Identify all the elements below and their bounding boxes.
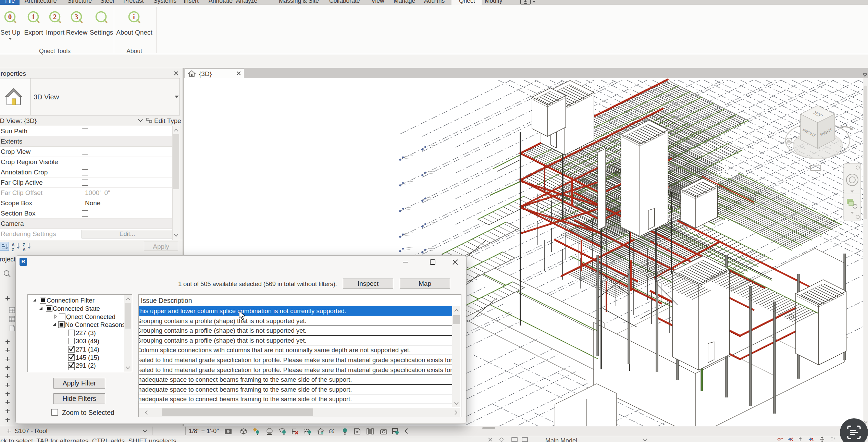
svg-text:1: 1: [32, 13, 35, 21]
svg-text:3: 3: [75, 13, 78, 21]
svg-text:0: 0: [8, 13, 12, 21]
svg-text:66: 66: [329, 428, 334, 434]
svg-text:2: 2: [53, 13, 57, 21]
svg-text:i: i: [133, 13, 135, 21]
